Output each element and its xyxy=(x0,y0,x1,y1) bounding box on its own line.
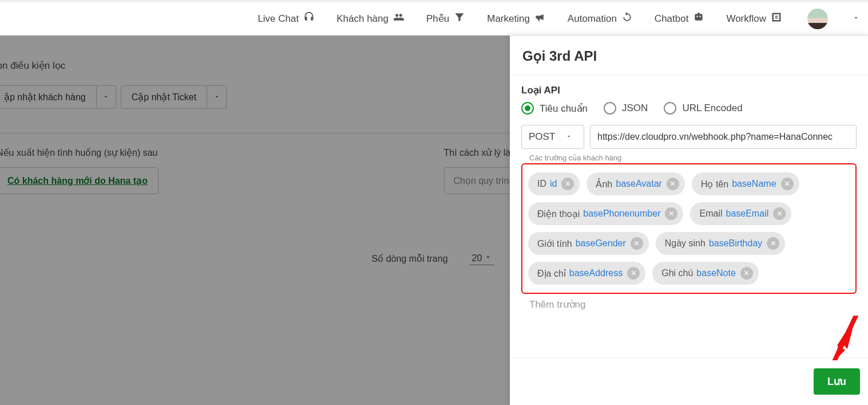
radio-json[interactable]: JSON xyxy=(604,102,648,115)
tag-label: Giới tính xyxy=(537,238,572,249)
remove-tag-button[interactable] xyxy=(667,178,679,190)
save-button[interactable]: Lưu xyxy=(814,368,860,395)
radio-icon xyxy=(664,102,676,115)
tag-value: baseAvatar xyxy=(616,179,662,189)
close-icon xyxy=(743,268,750,278)
nav-chatbot[interactable]: Chatbot xyxy=(655,11,705,26)
tag-label: Họ tên xyxy=(701,179,728,190)
remove-tag-button[interactable] xyxy=(631,237,643,250)
refresh-icon xyxy=(621,11,633,26)
nav-label: Chatbot xyxy=(655,13,689,25)
nav-customers[interactable]: Khách hàng xyxy=(336,11,405,26)
field-tag: Ảnh baseAvatar xyxy=(586,172,684,195)
nav-label: Marketing xyxy=(487,13,530,25)
tag-label: Ngày sinh xyxy=(665,238,706,249)
tag-label: ID xyxy=(537,179,546,189)
field-tag: Email baseEmail xyxy=(690,202,791,225)
field-tag: Ngày sinh baseBirthday xyxy=(656,232,786,255)
tag-value: baseAddress xyxy=(569,268,623,278)
tag-label: Ảnh xyxy=(596,179,612,190)
user-avatar[interactable] xyxy=(807,9,828,29)
remove-tag-button[interactable] xyxy=(781,178,794,190)
tag-label: Email xyxy=(699,209,722,219)
remove-tag-button[interactable] xyxy=(665,207,677,220)
remove-tag-button[interactable] xyxy=(627,267,640,280)
api-type-label: Loại API xyxy=(521,84,857,96)
remove-tag-button[interactable] xyxy=(767,237,779,250)
nav-workflow[interactable]: Workflow xyxy=(726,11,782,26)
api-type-radios: Tiêu chuẩn JSON URL Encoded xyxy=(521,102,857,115)
tag-value: baseBirthday xyxy=(709,238,762,249)
chevron-down-icon xyxy=(852,14,860,24)
close-icon xyxy=(668,209,675,219)
top-navbar: Live Chat Khách hàng Phễu Marketing Auto… xyxy=(0,0,868,36)
field-tag: ID id xyxy=(528,172,580,195)
tag-value: id xyxy=(550,179,557,189)
radio-icon xyxy=(521,102,534,115)
url-input[interactable] xyxy=(590,125,857,149)
nav-live-chat[interactable]: Live Chat xyxy=(257,11,315,26)
field-tag: Điện thoại basePhonenumber xyxy=(528,202,683,225)
remove-tag-button[interactable] xyxy=(561,178,574,190)
user-menu-toggle[interactable] xyxy=(852,15,860,23)
method-value: POST xyxy=(529,131,555,143)
nav-label: Automation xyxy=(568,13,617,25)
remove-tag-button[interactable] xyxy=(773,207,786,220)
headset-icon xyxy=(303,11,315,26)
field-tag: Giới tính baseGender xyxy=(528,232,649,255)
tag-value: baseName xyxy=(732,179,776,189)
nav-label: Live Chat xyxy=(257,13,299,25)
tag-value: baseEmail xyxy=(726,209,768,219)
tag-value: basePhonenumber xyxy=(583,209,660,219)
nav-automation[interactable]: Automation xyxy=(568,11,633,26)
nav-funnel[interactable]: Phễu xyxy=(426,11,465,26)
radio-label: Tiêu chuẩn xyxy=(540,103,588,115)
nav-label: Workflow xyxy=(726,13,766,25)
radio-standard[interactable]: Tiêu chuẩn xyxy=(521,102,588,115)
close-icon xyxy=(776,209,783,219)
tag-label: Ghi chú xyxy=(661,268,693,278)
close-icon xyxy=(633,238,640,249)
radio-label: URL Encoded xyxy=(682,103,742,114)
radio-icon xyxy=(604,102,616,115)
radio-url-encoded[interactable]: URL Encoded xyxy=(664,102,742,115)
http-method-select[interactable]: POST xyxy=(521,125,584,149)
nav-label: Phễu xyxy=(426,13,449,25)
field-tag: Họ tên baseName xyxy=(692,172,799,195)
close-icon xyxy=(784,179,790,189)
http-row: POST xyxy=(521,125,857,149)
workflow-icon xyxy=(771,11,782,26)
close-icon xyxy=(631,268,637,278)
megaphone-icon xyxy=(534,11,546,26)
panel-title: Gọi 3rd API xyxy=(510,36,868,75)
remove-tag-button[interactable] xyxy=(740,267,753,280)
tag-label: Địa chỉ xyxy=(537,268,566,279)
api-panel: Gọi 3rd API Loại API Tiêu chuẩn JSON URL… xyxy=(510,36,868,405)
fields-caption: Các trường của khách hàng xyxy=(529,154,857,162)
funnel-icon xyxy=(454,11,465,26)
panel-body: Loại API Tiêu chuẩn JSON URL Encoded POS… xyxy=(510,75,868,357)
field-tagbox: ID idẢnh baseAvatarHọ tên baseNameĐiện t… xyxy=(521,163,857,294)
users-icon xyxy=(393,11,405,26)
field-tag: Địa chỉ baseAddress xyxy=(528,262,645,285)
bot-icon xyxy=(693,11,704,26)
close-icon xyxy=(770,238,776,249)
tag-value: baseNote xyxy=(696,268,736,278)
add-field-input[interactable]: Thêm trường xyxy=(529,298,857,310)
close-icon xyxy=(669,179,676,189)
tag-label: Điện thoại xyxy=(537,209,580,219)
tag-value: baseGender xyxy=(576,238,626,249)
field-tag: Ghi chú baseNote xyxy=(652,262,759,285)
nav-marketing[interactable]: Marketing xyxy=(487,11,546,26)
chevron-down-icon xyxy=(565,131,572,143)
nav-label: Khách hàng xyxy=(336,13,389,25)
radio-label: JSON xyxy=(622,103,648,114)
close-icon xyxy=(565,179,571,189)
panel-footer: Lưu xyxy=(510,357,868,405)
